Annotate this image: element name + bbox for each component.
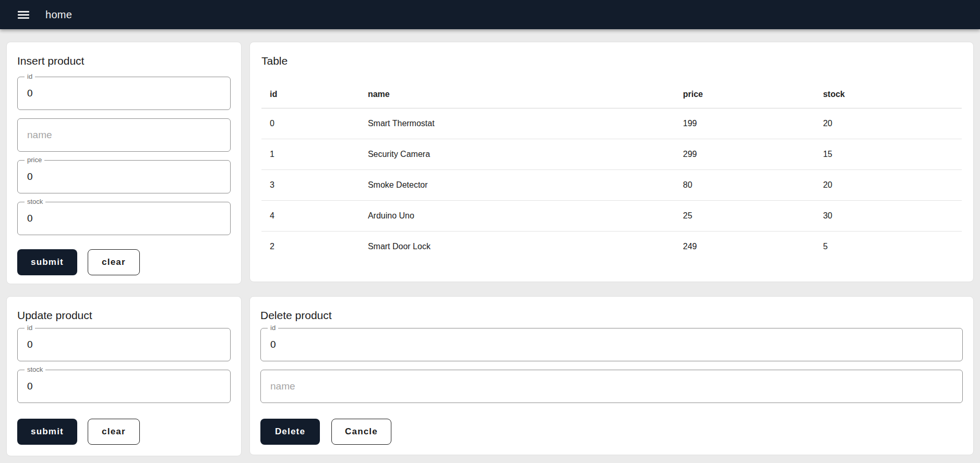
products-table: id name price stock 0 Smart Thermostat 1… xyxy=(261,81,962,262)
insert-price-input[interactable] xyxy=(18,161,230,193)
main-content: Insert product id price stock submit cle… xyxy=(6,42,974,457)
cell-stock: 20 xyxy=(815,108,962,139)
cell-name: Smart Door Lock xyxy=(360,231,675,262)
delete-name-input[interactable] xyxy=(261,370,962,403)
cell-price: 299 xyxy=(675,139,815,170)
delete-id-field: id xyxy=(260,328,963,361)
update-submit-button[interactable]: submit xyxy=(17,419,77,445)
hamburger-menu-icon[interactable] xyxy=(13,4,34,25)
cell-price: 25 xyxy=(675,201,815,231)
insert-id-field: id xyxy=(17,77,231,110)
update-stock-label: stock xyxy=(25,365,45,374)
cell-name: Arduino Uno xyxy=(360,201,675,231)
insert-name-field xyxy=(17,118,231,152)
update-product-card: Update product id stock submit clear xyxy=(6,296,242,456)
update-id-input[interactable] xyxy=(18,328,230,361)
table-header: id name price stock xyxy=(261,81,962,108)
cell-stock: 30 xyxy=(815,201,962,231)
insert-price-label: price xyxy=(25,156,44,164)
update-product-fields: id stock xyxy=(17,328,231,403)
cell-stock: 5 xyxy=(815,231,962,262)
cell-price: 249 xyxy=(675,231,815,262)
cell-id: 3 xyxy=(261,170,360,201)
update-stock-field: stock xyxy=(17,370,231,403)
update-id-label: id xyxy=(25,324,35,332)
table-title: Table xyxy=(261,54,962,68)
delete-id-label: id xyxy=(268,324,278,332)
table-card: Table id name price stock 0 Smart Thermo… xyxy=(249,42,974,282)
delete-name-field xyxy=(260,370,963,403)
insert-product-card: Insert product id price stock submit cle… xyxy=(6,42,242,284)
cell-name: Security Camera xyxy=(360,139,675,170)
insert-id-label: id xyxy=(25,72,35,81)
cell-name: Smoke Detector xyxy=(360,170,675,201)
hamburger-bar xyxy=(18,17,29,19)
insert-id-input[interactable] xyxy=(18,77,230,109)
cell-stock: 20 xyxy=(815,170,962,201)
insert-submit-button[interactable]: submit xyxy=(17,249,77,275)
cell-price: 80 xyxy=(675,170,815,201)
insert-clear-button[interactable]: clear xyxy=(88,249,140,275)
column-header-name: name xyxy=(360,81,675,108)
insert-price-field: price xyxy=(17,160,231,193)
table-row: 3 Smoke Detector 80 20 xyxy=(261,170,962,201)
insert-name-input[interactable] xyxy=(18,119,230,151)
insert-stock-input[interactable] xyxy=(18,202,230,235)
update-product-actions: submit clear xyxy=(17,419,231,445)
table-row: 4 Arduino Uno 25 30 xyxy=(261,201,962,231)
table-row: 2 Smart Door Lock 249 5 xyxy=(261,231,962,262)
column-header-price: price xyxy=(675,81,815,108)
delete-button[interactable]: Delete xyxy=(260,419,320,445)
table-body: 0 Smart Thermostat 199 20 1 Security Cam… xyxy=(261,108,962,262)
insert-stock-label: stock xyxy=(25,198,45,206)
delete-product-card: Delete product id Delete Cancle xyxy=(249,296,974,455)
cell-id: 1 xyxy=(261,139,360,170)
cancel-button[interactable]: Cancle xyxy=(331,419,391,445)
insert-product-title: Insert product xyxy=(17,54,231,68)
hamburger-bar xyxy=(18,11,29,13)
cell-price: 199 xyxy=(675,108,815,139)
cell-id: 2 xyxy=(261,231,360,262)
column-header-stock: stock xyxy=(815,81,962,108)
cell-name: Smart Thermostat xyxy=(360,108,675,139)
hamburger-bar xyxy=(18,14,29,16)
update-stock-input[interactable] xyxy=(18,370,230,403)
insert-product-actions: submit clear xyxy=(17,249,231,275)
delete-id-input[interactable] xyxy=(261,328,962,361)
cell-id: 0 xyxy=(261,108,360,139)
column-header-id: id xyxy=(261,81,360,108)
cell-id: 4 xyxy=(261,201,360,231)
delete-product-actions: Delete Cancle xyxy=(260,419,963,445)
update-clear-button[interactable]: clear xyxy=(88,419,140,445)
delete-product-fields: id xyxy=(260,328,963,403)
delete-product-title: Delete product xyxy=(260,308,963,323)
appbar-title: home xyxy=(45,9,72,21)
insert-stock-field: stock xyxy=(17,202,231,235)
cell-stock: 15 xyxy=(815,139,962,170)
update-id-field: id xyxy=(17,328,231,361)
table-row: 0 Smart Thermostat 199 20 xyxy=(261,108,962,139)
insert-product-fields: id price stock xyxy=(17,77,231,235)
appbar: home xyxy=(0,0,980,29)
table-row: 1 Security Camera 299 15 xyxy=(261,139,962,170)
table-header-row: id name price stock xyxy=(261,81,962,108)
update-product-title: Update product xyxy=(17,308,231,323)
